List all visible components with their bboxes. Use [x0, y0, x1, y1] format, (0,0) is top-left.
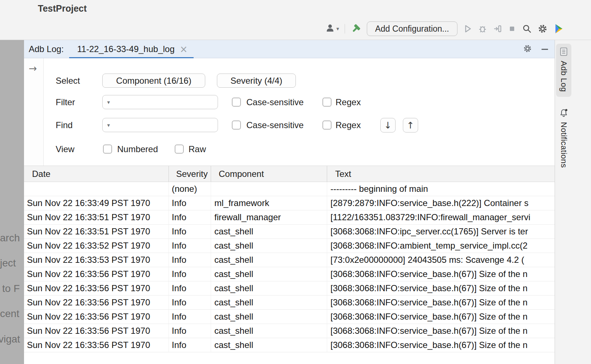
view-label: View: [56, 142, 75, 156]
search-icon: [106, 121, 106, 129]
project-title: TestProject: [38, 3, 87, 14]
stripe-tab-notifications-label: Notifications: [559, 122, 568, 168]
table-row[interactable]: Sun Nov 22 16:33:56 PST 1970Infocast_she…: [24, 310, 555, 324]
background-text-fragment: arch: [0, 232, 20, 244]
cell-text: [3068:3068:INFO:service_base.h(67)] Size…: [327, 296, 555, 309]
filter-search-field[interactable]: ▾: [102, 95, 218, 109]
log-file-tab-label: 11-22_16-33-49_hub_log: [77, 44, 175, 54]
filter-input[interactable]: [110, 97, 215, 108]
main-toolbar: ▾ Add Configuration...: [325, 20, 565, 37]
toolbar-separator: [345, 24, 345, 33]
cell-component: cast_shell: [211, 296, 327, 309]
cell-severity: Info: [168, 225, 211, 238]
cell-text: [1122/163351.083729:INFO:firewall_manage…: [327, 210, 555, 224]
stripe-tab-notifications[interactable]: Notifications: [556, 105, 571, 173]
close-tab-icon[interactable]: ×: [180, 44, 188, 54]
adb-log-panel: Adb Log: 11-22_16-33-49_hub_log × → Sele…: [24, 40, 555, 364]
hide-filters-arrow-icon[interactable]: →: [29, 63, 37, 74]
debug-icon[interactable]: [478, 21, 487, 36]
find-search-field[interactable]: ▾: [102, 118, 218, 132]
device-manager-play-icon[interactable]: [553, 21, 565, 36]
settings-gear-icon[interactable]: [538, 21, 548, 36]
panel-settings-gear-icon[interactable]: [523, 44, 532, 55]
cell-severity: Info: [168, 324, 211, 338]
add-configuration-button[interactable]: Add Configuration...: [367, 21, 457, 36]
stripe-tab-adb-log[interactable]: Adb Log: [556, 44, 571, 97]
minimize-icon[interactable]: [542, 49, 548, 50]
filter-regex-checkbox[interactable]: [322, 98, 332, 107]
cell-severity: Info: [168, 267, 211, 281]
stop-icon[interactable]: [508, 21, 516, 36]
table-row[interactable]: Sun Nov 22 16:33:53 PST 1970Infocast_she…: [24, 253, 555, 267]
chevron-down-icon: ▾: [336, 25, 339, 32]
cell-text: [3068:3068:INFO:service_base.h(67)] Size…: [327, 281, 555, 295]
column-header-component[interactable]: Component: [211, 166, 327, 182]
cell-component: cast_shell: [211, 267, 327, 281]
cell-severity: Info: [168, 281, 211, 295]
component-filter-button[interactable]: Component (16/16): [102, 74, 205, 88]
bell-icon: [559, 108, 568, 119]
log-file-tab[interactable]: 11-22_16-33-49_hub_log ×: [69, 40, 194, 58]
cell-component: cast_shell: [211, 338, 327, 352]
build-hammer-icon[interactable]: [350, 21, 361, 36]
cell-component: ml_framework: [211, 196, 327, 210]
column-header-severity[interactable]: Severity: [168, 166, 211, 182]
user-profile-button[interactable]: ▾: [325, 21, 339, 36]
cell-component: [211, 182, 327, 196]
cell-date: Sun Nov 22 16:33:51 PST 1970: [24, 210, 168, 224]
table-row[interactable]: Sun Nov 22 16:33:51 PST 1970Infocast_she…: [24, 225, 555, 239]
table-row[interactable]: Sun Nov 22 16:33:56 PST 1970Infocast_she…: [24, 267, 555, 281]
cell-component: cast_shell: [211, 324, 327, 338]
background-text-fragment: ject: [0, 257, 16, 269]
column-header-text[interactable]: Text: [327, 166, 555, 182]
table-row[interactable]: Sun Nov 22 16:33:56 PST 1970Infocast_she…: [24, 281, 555, 296]
find-input[interactable]: [110, 120, 215, 131]
filter-case-sensitive-label: Case-sensitive: [246, 95, 304, 109]
arrow-down-icon: ↓: [384, 120, 392, 131]
cell-severity: Info: [168, 296, 211, 309]
numbered-checkbox[interactable]: [103, 145, 112, 154]
table-row[interactable]: Sun Nov 22 16:33:51 PST 1970Infofirewall…: [24, 210, 555, 225]
raw-checkbox[interactable]: [175, 145, 184, 154]
search-history-chevron-icon[interactable]: ▾: [107, 99, 110, 106]
attach-debugger-icon[interactable]: [493, 21, 502, 36]
find-previous-button[interactable]: ↑: [403, 118, 418, 132]
cell-date: Sun Nov 22 16:33:51 PST 1970: [24, 225, 168, 238]
table-row[interactable]: Sun Nov 22 16:33:56 PST 1970Infocast_she…: [24, 324, 555, 338]
cell-date: Sun Nov 22 16:33:56 PST 1970: [24, 338, 168, 352]
table-row[interactable]: Sun Nov 22 16:33:52 PST 1970Infocast_she…: [24, 239, 555, 253]
column-header-date[interactable]: Date: [24, 166, 168, 182]
search-icon[interactable]: [522, 21, 532, 36]
cell-date: Sun Nov 22 16:33:56 PST 1970: [24, 296, 168, 309]
panel-title: Adb Log:: [29, 40, 64, 58]
table-row[interactable]: Sun Nov 22 16:33:49 PST 1970Infoml_frame…: [24, 196, 555, 210]
severity-filter-button[interactable]: Severity (4/4): [217, 74, 296, 88]
cell-text: [3068:3068:INFO:service_base.h(67)] Size…: [327, 310, 555, 324]
run-icon[interactable]: [463, 21, 472, 36]
filter-case-sensitive-checkbox[interactable]: [232, 98, 241, 107]
background-text-fragment: to F: [2, 283, 20, 294]
find-case-sensitive-label: Case-sensitive: [246, 118, 304, 132]
header-actions: [523, 40, 548, 58]
raw-label: Raw: [189, 142, 206, 156]
cell-date: Sun Nov 22 16:33:56 PST 1970: [24, 281, 168, 295]
find-next-button[interactable]: ↓: [380, 118, 396, 132]
find-case-sensitive-checkbox[interactable]: [232, 120, 241, 130]
table-row[interactable]: Sun Nov 22 16:33:56 PST 1970Infocast_she…: [24, 296, 555, 310]
numbered-label: Numbered: [117, 142, 158, 156]
search-icon: [106, 98, 106, 106]
background-text-fragment: vigat: [0, 333, 20, 345]
cell-text: [3068:3068:INFO:service_base.h(67)] Size…: [327, 324, 555, 338]
titlebar: TestProject ▾ Add Configuration...: [0, 0, 591, 40]
cell-text: [2879:2879:INFO:service_base.h(222)] Con…: [327, 196, 555, 210]
cell-text: [3068:3068:INFO:ipc_server.cc(1765)] Ser…: [327, 225, 555, 238]
cell-date: Sun Nov 22 16:33:56 PST 1970: [24, 324, 168, 338]
cell-severity: Info: [168, 310, 211, 324]
table-row[interactable]: Sun Nov 22 16:33:56 PST 1970Infocast_she…: [24, 338, 555, 352]
find-regex-checkbox[interactable]: [322, 120, 332, 130]
search-history-chevron-icon[interactable]: ▾: [107, 122, 110, 128]
cell-text: --------- beginning of main: [327, 182, 555, 196]
cell-component: firewall_manager: [211, 210, 327, 224]
table-row[interactable]: (none)--------- beginning of main: [24, 182, 555, 196]
stripe-tab-adb-log-label: Adb Log: [559, 61, 568, 92]
